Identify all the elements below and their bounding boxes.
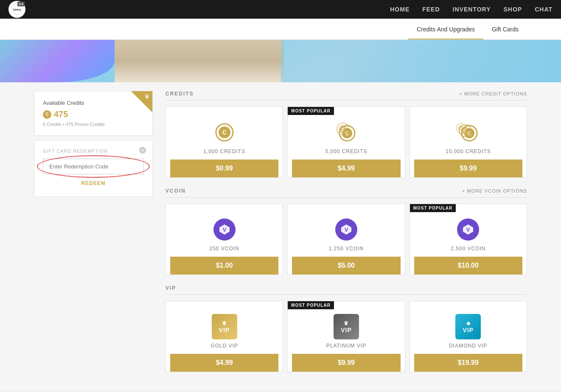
vcoin-icon-250: V	[212, 217, 237, 242]
redeem-button[interactable]: REDEEM	[43, 179, 144, 188]
vip-crown-diamond: ◆	[466, 320, 470, 326]
vcoin-icon-2500: V	[455, 217, 481, 242]
vip-text-gold: VIP	[219, 327, 230, 333]
credit-coin-icon: C	[43, 110, 51, 119]
credits-section-title: CREDITS	[165, 91, 194, 97]
credits-section-header: CREDITS + MORE CREDIT OPTIONS	[165, 91, 527, 101]
redemption-title: GIFT CARD REDEMPTION	[43, 149, 144, 154]
vcoin-card-250: V 250 VCOIN $1.00	[165, 204, 283, 275]
vip-icon-diamond: ◆ VIP	[455, 314, 481, 339]
credits-label-5000: 5,000 CREDITS	[325, 148, 367, 154]
credits-section: CREDITS + MORE CREDIT OPTIONS C 1,000 CR…	[165, 91, 527, 178]
sub-nav: Credits And Upgrades Gift Cards	[0, 19, 561, 40]
credits-breakdown: 0 Credits • 475 Promo Credits	[43, 122, 144, 127]
nav-bar: imvu 2.0 HOME FEED INVENTORY SHOP CHAT	[0, 0, 561, 19]
vip-crown-gold: ♛	[222, 320, 227, 326]
vip-card-gold: ♛ VIP GOLD VIP $4.99	[165, 301, 283, 372]
vip-card-diamond: ◆ VIP DIAMOND VIP $19.99	[410, 301, 527, 372]
vcoin-section-header: VCOIN + MORE VCOIN OPTIONS	[165, 188, 527, 198]
vcoin-cards-grid: V 250 VCOIN $1.00 V	[165, 204, 527, 275]
left-panel: Available Credits C 475 0 Credits • 475 …	[34, 91, 153, 382]
credits-icon-5000: C C	[334, 120, 359, 145]
nav-chat[interactable]: CHAT	[535, 6, 553, 13]
svg-text:V: V	[222, 227, 226, 233]
vip-text-platinum: VIP	[341, 327, 352, 333]
vip-crown-platinum: ♛	[344, 320, 348, 326]
redemption-input-wrapper	[43, 159, 144, 174]
vip-price-btn-gold[interactable]: $4.99	[170, 354, 278, 372]
vcoin-label-1250: 1,250 VCOIN	[329, 246, 364, 252]
hero-orbs	[0, 40, 115, 82]
vip-label-platinum: PLATINUM VIP	[326, 343, 366, 349]
nav-feed[interactable]: FEED	[422, 6, 440, 13]
credits-box: Available Credits C 475 0 Credits • 475 …	[34, 91, 153, 136]
beta-badge: 2.0	[17, 2, 25, 6]
vip-price-btn-diamond[interactable]: $19.99	[414, 354, 522, 372]
vip-cards-grid: ♛ VIP GOLD VIP $4.99 MOST POPULAR ♛ VIP	[165, 301, 527, 372]
redemption-close-button[interactable]: ✕	[139, 147, 146, 154]
redemption-code-input[interactable]	[43, 159, 144, 174]
vip-section: VIP ♛ VIP GOLD VIP $4.99 MOST POPUL	[165, 285, 527, 372]
redemption-box: GIFT CARD REDEMPTION ✕ REDEEM	[34, 140, 153, 197]
main-content: Available Credits C 475 0 Credits • 475 …	[0, 82, 561, 391]
vcoin-label-250: 250 VCOIN	[209, 246, 239, 252]
most-popular-badge-credits: MOST POPULAR	[288, 107, 334, 115]
vip-section-header: VIP	[165, 285, 527, 295]
gold-corner-badge: ♛	[131, 91, 152, 112]
hero-overlay	[281, 40, 561, 82]
svg-text:C: C	[341, 127, 344, 132]
most-popular-badge-vcoin: MOST POPULAR	[410, 204, 456, 212]
vip-label-diamond: DIAMOND VIP	[449, 343, 487, 349]
vip-section-title: VIP	[165, 285, 176, 291]
svg-text:imvu: imvu	[13, 8, 21, 11]
vcoin-card-1250: V 1,250 VCOIN $5.00	[287, 204, 405, 275]
credits-icon-10000: C C C	[455, 120, 481, 145]
logo[interactable]: imvu 2.0	[8, 1, 25, 18]
nav-home[interactable]: HOME	[390, 6, 410, 13]
vcoin-label-2500: 2,500 VCOIN	[451, 246, 485, 252]
credits-more-options[interactable]: + MORE CREDIT OPTIONS	[459, 91, 527, 96]
vip-icon-gold: ♛ VIP	[212, 314, 237, 339]
svg-text:V: V	[345, 227, 348, 233]
vcoin-section-title: VCOIN	[165, 188, 186, 194]
svg-text:C: C	[460, 127, 462, 131]
vcoin-price-btn-2500[interactable]: $10.00	[414, 257, 522, 274]
vcoin-icon-1250: V	[334, 217, 359, 242]
nav-shop[interactable]: SHOP	[503, 6, 522, 13]
credits-price-btn-1000[interactable]: $0.99	[170, 160, 278, 177]
tab-gift-cards[interactable]: Gift Cards	[483, 20, 527, 39]
credits-price-btn-5000[interactable]: $4.99	[292, 160, 400, 177]
vip-icon-platinum: ♛ VIP	[334, 314, 359, 339]
vcoin-more-options[interactable]: + MORE VCOIN OPTIONS	[462, 188, 527, 193]
most-popular-badge-vip: MOST POPULAR	[288, 301, 334, 309]
credits-icon-1000: C	[212, 120, 237, 145]
hero-banner	[0, 40, 561, 82]
svg-text:V: V	[466, 227, 470, 233]
credits-label-1000: 1,000 CREDITS	[203, 148, 245, 154]
credits-amount: C 475	[43, 109, 144, 119]
vcoin-card-2500: MOST POPULAR V 2,500 VCOIN $10.00	[410, 204, 527, 275]
vcoin-price-btn-250[interactable]: $1.00	[170, 257, 278, 274]
credits-card-10000: C C C 10,000 CREDITS $9.99	[410, 106, 527, 178]
right-panel: CREDITS + MORE CREDIT OPTIONS C 1,000 CR…	[165, 91, 527, 382]
credits-cards-grid: C 1,000 CREDITS $0.99 MOST POPULAR C	[165, 106, 527, 178]
credits-title: Available Credits	[43, 100, 144, 106]
svg-text:C: C	[222, 129, 227, 136]
credits-card-1000: C 1,000 CREDITS $0.99	[165, 106, 283, 178]
vip-label-gold: GOLD VIP	[210, 343, 238, 349]
vcoin-section: VCOIN + MORE VCOIN OPTIONS V 250 VCOIN	[165, 188, 527, 275]
credits-label-10000: 10,000 CREDITS	[446, 148, 491, 154]
credits-number: 475	[54, 109, 68, 119]
vip-price-btn-platinum[interactable]: $9.99	[292, 354, 400, 372]
tab-credits-upgrades[interactable]: Credits And Upgrades	[408, 20, 483, 39]
vip-text-diamond: VIP	[463, 327, 474, 333]
vip-card-platinum: MOST POPULAR ♛ VIP PLATINUM VIP $9.99	[287, 301, 405, 372]
hero-person	[115, 40, 284, 82]
nav-inventory[interactable]: INVENTORY	[453, 6, 491, 13]
credits-card-5000: MOST POPULAR C C 5,000 CREDITS $4.99	[287, 106, 405, 178]
nav-links: HOME FEED INVENTORY SHOP CHAT	[390, 6, 553, 13]
credits-price-btn-10000[interactable]: $9.99	[414, 160, 522, 177]
vcoin-price-btn-1250[interactable]: $5.00	[292, 257, 400, 274]
